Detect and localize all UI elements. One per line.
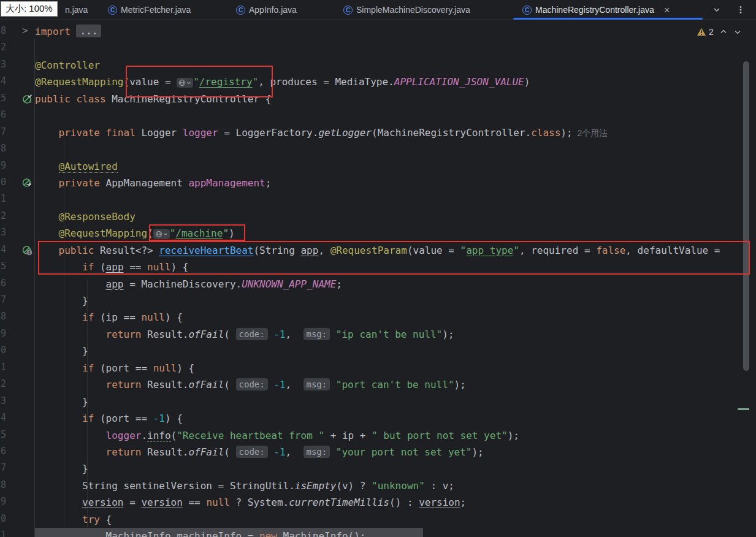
code-token: + ip + xyxy=(324,430,372,441)
code-token: ); xyxy=(454,379,466,390)
spring-mapping-icon[interactable] xyxy=(22,245,32,256)
code-line: 3 @RequestMapping("/machine") xyxy=(0,225,756,242)
java-class-icon: C xyxy=(236,6,245,15)
code-line: 9 @Autowired xyxy=(0,158,756,175)
code-token: Result. xyxy=(147,446,188,458)
line-number: 8 xyxy=(1,25,6,36)
vertical-scrollbar-thumb[interactable] xyxy=(743,61,749,371)
tab-file-2[interactable]: C MetricFetcher.java xyxy=(103,0,191,20)
folded-imports-chip[interactable]: ... xyxy=(76,25,101,37)
code-text: @Controller xyxy=(35,57,100,74)
next-problem-chevron-down-icon[interactable] xyxy=(733,28,742,36)
code-token: ; xyxy=(460,497,467,508)
gutter: 0 xyxy=(0,511,35,528)
inspections-widget[interactable]: 2 xyxy=(697,27,742,37)
code-text: } xyxy=(35,460,88,477)
code-token: : v; xyxy=(425,480,454,492)
code-token: , xyxy=(286,379,304,390)
gutter: 4 xyxy=(0,410,35,427)
spring-bean-check-icon[interactable] xyxy=(22,94,32,104)
gutter: 7 xyxy=(0,124,35,141)
tab-list-chevron-button[interactable] xyxy=(709,2,724,17)
code-line: 3 } xyxy=(0,394,756,410)
tab-label: SimpleMachineDiscovery.java xyxy=(356,5,470,15)
fold-chevron-icon[interactable]: > xyxy=(22,25,28,36)
code-token: MachineInfo machineInfo = xyxy=(35,530,259,537)
code-token: ( xyxy=(224,329,235,340)
line-number: 5 xyxy=(1,429,6,440)
gutter: 7 xyxy=(0,460,35,477)
tab-file-4[interactable]: C SimpleMachineDiscovery.java xyxy=(338,0,470,20)
code-token: " but port not set yet" xyxy=(372,430,508,441)
code-text: String sentinelVersion = StringUtil.isEm… xyxy=(35,478,454,494)
code-text: } xyxy=(35,343,88,359)
code-line: 5 logger.info("Receive heartbeat from " … xyxy=(0,427,756,444)
code-line: 7 } xyxy=(0,292,756,309)
line-number: 2 xyxy=(1,42,6,53)
previous-problem-chevron-up-icon[interactable] xyxy=(719,28,728,36)
line-number: 2 xyxy=(1,378,6,389)
gutter: 2 xyxy=(0,40,35,56)
parameter-hint-inlay: msg: xyxy=(304,378,330,390)
code-token: ) { xyxy=(177,362,194,374)
code-token: logger xyxy=(106,430,142,441)
java-class-icon: C xyxy=(343,6,353,15)
code-text: } xyxy=(35,292,88,309)
code-line: 1 if (port == null) { xyxy=(0,360,756,376)
spring-autowired-icon[interactable] xyxy=(22,178,32,188)
gutter: 5 xyxy=(0,259,35,275)
code-token xyxy=(35,227,59,239)
code-token: if xyxy=(35,362,100,374)
code-line: 0 private AppManagement appManagement; xyxy=(0,175,756,191)
tab-file-3[interactable]: C AppInfo.java xyxy=(231,0,297,20)
tab-options-kebab-button[interactable] xyxy=(733,2,748,17)
code-line: 2 return Result.ofFail( code: -1, msg: "… xyxy=(0,376,756,393)
line-number: 1 xyxy=(1,530,6,537)
code-token: Result. xyxy=(147,329,188,340)
gutter: 3 xyxy=(0,225,35,242)
code-token: , produces = MediaType. xyxy=(258,76,394,88)
gutter: 9 xyxy=(0,326,35,343)
code-token: , xyxy=(286,329,304,340)
editor-tab-bar: n.java C MetricFetcher.java C AppInfo.ja… xyxy=(0,0,756,20)
code-token xyxy=(35,278,106,290)
code-token: @RequestMapping xyxy=(59,227,148,239)
line-number: 8 xyxy=(1,479,6,490)
line-number: 3 xyxy=(1,227,6,238)
code-token: = xyxy=(124,497,142,508)
code-token: (MachineRegistryController. xyxy=(372,127,531,139)
gutter: 8 xyxy=(0,141,35,158)
code-token xyxy=(35,211,59,223)
code-token: (port == xyxy=(100,362,153,374)
tab-file-active[interactable]: C MachineRegistryController.java × xyxy=(513,0,703,20)
gutter: 7 xyxy=(0,292,35,309)
line-number: 6 xyxy=(1,446,6,457)
code-token: (port == xyxy=(100,413,153,424)
code-token: version xyxy=(82,497,123,508)
gutter: 6 xyxy=(0,276,35,292)
code-token: ) { xyxy=(165,311,183,323)
code-editor: 8>import ...23@Controller4@RequestMappin… xyxy=(0,20,756,537)
code-text: if (ip == null) { xyxy=(35,309,183,326)
tab-label: n.java xyxy=(65,5,88,15)
code-token: ( xyxy=(224,446,235,458)
gutter: 5 xyxy=(0,91,35,107)
code-token: logger xyxy=(183,127,218,139)
code-token: UNKNOWN_APP_NAME xyxy=(242,278,336,290)
code-token: null xyxy=(206,497,230,508)
code-text: return Result.ofFail( code: -1, msg: "yo… xyxy=(35,444,484,460)
line-number: 1 xyxy=(1,362,6,373)
close-tab-icon[interactable]: × xyxy=(664,5,670,15)
code-token: ; xyxy=(265,177,272,189)
code-token: @Autowired xyxy=(59,161,118,173)
parameter-hint-inlay: msg: xyxy=(304,446,330,458)
code-token: "your port not set yet" xyxy=(330,446,472,458)
annotation-red-box-machine xyxy=(149,224,245,241)
code-line: 1 xyxy=(0,191,756,208)
code-text: return Result.ofFail( code: -1, msg: "ip… xyxy=(35,326,454,343)
line-number: 3 xyxy=(1,395,6,406)
code-token: -1 xyxy=(153,413,165,424)
chevron-down-icon xyxy=(712,6,721,14)
code-token: String sentinelVersion = StringUtil. xyxy=(35,480,295,492)
code-line: 7 } xyxy=(0,460,756,477)
